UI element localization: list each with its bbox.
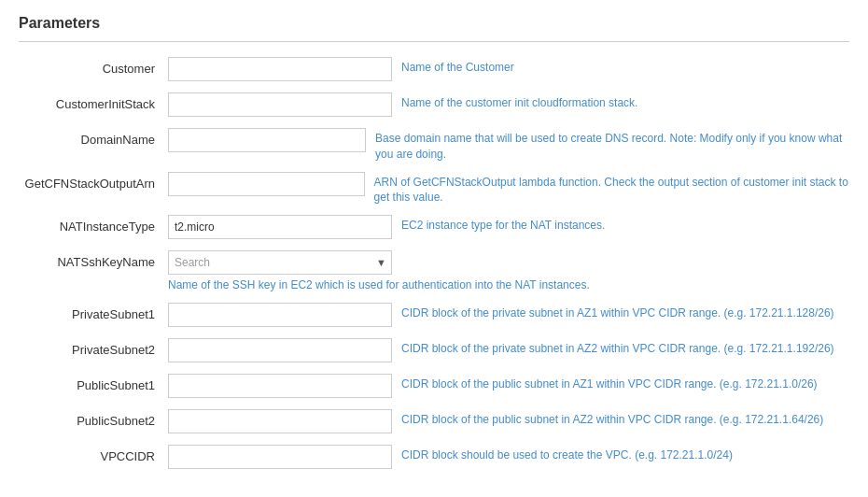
param-label-vpcCIDR: VPCCIDR xyxy=(19,445,168,463)
inline-row-privateSubnet1: CIDR block of the private subnet in AZ1 … xyxy=(168,303,849,327)
inline-row-getCFNStackOutputArn: ARN of GetCFNStackOutput lambda function… xyxy=(168,172,849,206)
page-container: Parameters CustomerName of the CustomerC… xyxy=(0,0,868,495)
param-label-natInstanceType: NATInstanceType xyxy=(19,215,168,234)
param-row: NATSshKeyNameSearch▼Name of the SSH key … xyxy=(19,250,849,293)
param-row: GetCFNStackOutputArnARN of GetCFNStackOu… xyxy=(19,172,849,206)
param-description-inline-customerInitStack: Name of the customer init cloudformation… xyxy=(401,95,637,111)
param-row: PublicSubnet2CIDR block of the public su… xyxy=(19,409,849,435)
params-list: CustomerName of the CustomerCustomerInit… xyxy=(19,57,849,471)
param-label-publicSubnet1: PublicSubnet1 xyxy=(19,374,168,392)
param-control-natInstanceType: EC2 instance type for the NAT instances. xyxy=(168,215,849,239)
input-privateSubnet2[interactable] xyxy=(168,338,392,362)
param-row: CustomerName of the Customer xyxy=(19,57,849,83)
inline-row-customerInitStack: Name of the customer init cloudformation… xyxy=(168,92,849,117)
param-description-natSshKeyName: Name of the SSH key in EC2 which is used… xyxy=(168,277,653,293)
param-label-domainName: DomainName xyxy=(19,128,168,147)
param-control-customer: Name of the Customer xyxy=(168,57,849,81)
input-customer[interactable] xyxy=(168,57,392,81)
param-label-getCFNStackOutputArn: GetCFNStackOutputArn xyxy=(19,172,168,191)
input-domainName[interactable] xyxy=(168,128,366,152)
select-natSshKeyName[interactable]: Search xyxy=(168,250,392,275)
inline-row-customer: Name of the Customer xyxy=(168,57,849,81)
param-row: PublicSubnet1CIDR block of the public su… xyxy=(19,374,849,400)
param-label-natSshKeyName: NATSshKeyName xyxy=(19,250,168,269)
inline-row-domainName: Base domain name that will be used to cr… xyxy=(168,128,849,163)
section-title: Parameters xyxy=(19,15,849,42)
param-row: NATInstanceTypeEC2 instance type for the… xyxy=(19,215,849,241)
param-control-customerInitStack: Name of the customer init cloudformation… xyxy=(168,92,849,117)
inline-row-natInstanceType: EC2 instance type for the NAT instances. xyxy=(168,215,849,239)
param-label-privateSubnet1: PrivateSubnet1 xyxy=(19,303,168,321)
input-publicSubnet2[interactable] xyxy=(168,409,392,433)
param-control-natSshKeyName: Search▼Name of the SSH key in EC2 which … xyxy=(168,250,849,293)
input-vpcCIDR[interactable] xyxy=(168,445,392,469)
param-description-inline-customer: Name of the Customer xyxy=(401,60,514,76)
param-description-inline-domainName: Base domain name that will be used to cr… xyxy=(375,131,849,163)
param-control-publicSubnet2: CIDR block of the public subnet in AZ2 w… xyxy=(168,409,849,433)
input-customerInitStack[interactable] xyxy=(168,92,392,117)
param-control-privateSubnet1: CIDR block of the private subnet in AZ1 … xyxy=(168,303,849,327)
inline-row-publicSubnet2: CIDR block of the public subnet in AZ2 w… xyxy=(168,409,849,433)
param-description-inline-natInstanceType: EC2 instance type for the NAT instances. xyxy=(401,218,605,234)
param-row: CustomerInitStackName of the customer in… xyxy=(19,92,849,119)
inline-row-vpcCIDR: CIDR block should be used to create the … xyxy=(168,445,849,469)
param-description-inline-privateSubnet2: CIDR block of the private subnet in AZ2 … xyxy=(401,341,834,357)
param-row: VPCCIDRCIDR block should be used to crea… xyxy=(19,445,849,471)
param-label-privateSubnet2: PrivateSubnet2 xyxy=(19,338,168,357)
input-publicSubnet1[interactable] xyxy=(168,374,392,398)
param-row: DomainNameBase domain name that will be … xyxy=(19,128,849,163)
inline-row-natSshKeyName: Search▼ xyxy=(168,250,849,275)
param-description-inline-privateSubnet1: CIDR block of the private subnet in AZ1 … xyxy=(401,305,834,321)
param-control-vpcCIDR: CIDR block should be used to create the … xyxy=(168,445,849,469)
param-control-privateSubnet2: CIDR block of the private subnet in AZ2 … xyxy=(168,338,849,362)
param-description-inline-publicSubnet1: CIDR block of the public subnet in AZ1 w… xyxy=(401,376,818,392)
input-privateSubnet1[interactable] xyxy=(168,303,392,327)
param-control-publicSubnet1: CIDR block of the public subnet in AZ1 w… xyxy=(168,374,849,398)
param-row: PrivateSubnet2CIDR block of the private … xyxy=(19,338,849,364)
param-label-publicSubnet2: PublicSubnet2 xyxy=(19,409,168,428)
param-row: PrivateSubnet1CIDR block of the private … xyxy=(19,303,849,329)
param-label-customer: Customer xyxy=(19,57,168,76)
param-control-getCFNStackOutputArn: ARN of GetCFNStackOutput lambda function… xyxy=(168,172,849,206)
param-description-inline-publicSubnet2: CIDR block of the public subnet in AZ2 w… xyxy=(401,412,823,428)
search-select-wrapper-natSshKeyName: Search▼ xyxy=(168,250,392,275)
input-getCFNStackOutputArn[interactable] xyxy=(168,172,365,196)
inline-row-publicSubnet1: CIDR block of the public subnet in AZ1 w… xyxy=(168,374,849,398)
param-label-customerInitStack: CustomerInitStack xyxy=(19,92,168,111)
input-natInstanceType[interactable] xyxy=(168,215,392,239)
param-description-inline-vpcCIDR: CIDR block should be used to create the … xyxy=(401,447,733,463)
param-description-inline-getCFNStackOutputArn: ARN of GetCFNStackOutput lambda function… xyxy=(374,175,849,206)
param-control-domainName: Base domain name that will be used to cr… xyxy=(168,128,849,163)
inline-row-privateSubnet2: CIDR block of the private subnet in AZ2 … xyxy=(168,338,849,362)
